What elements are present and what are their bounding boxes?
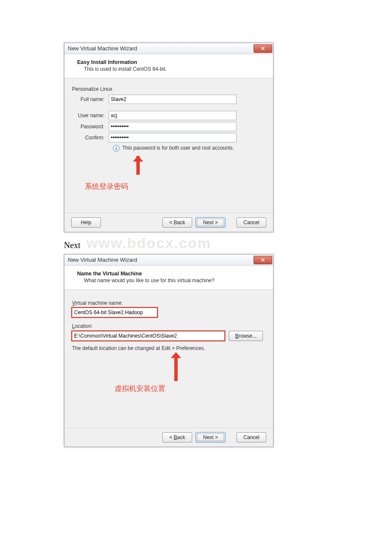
- confirm-input[interactable]: [109, 133, 236, 142]
- body-pane: Virtual machine name: Location: Browse..…: [64, 290, 273, 428]
- location-highlight: [72, 331, 225, 341]
- user-name-input[interactable]: [109, 111, 236, 120]
- body-pane: Personalize Linux Full name: User name: …: [64, 78, 273, 213]
- full-name-input[interactable]: [109, 95, 236, 104]
- footer-pane: < Back Next > Cancel: [64, 428, 273, 447]
- next-button[interactable]: Next >: [196, 432, 225, 442]
- default-location-note: The default location can be changed at E…: [72, 345, 265, 351]
- info-row: i This password is for both user and roo…: [113, 145, 265, 152]
- browse-button[interactable]: Browse...: [229, 331, 263, 341]
- back-button[interactable]: < Back: [162, 432, 192, 442]
- header-subtitle: What name would you like to use for this…: [77, 278, 267, 283]
- help-button[interactable]: Help: [71, 217, 101, 228]
- header-pane: Name the Virtual Machine What name would…: [64, 266, 273, 290]
- location-input[interactable]: [72, 331, 225, 341]
- info-text: This password is for both user and root …: [122, 145, 234, 151]
- page-caption-row: Next www.bdocx.com: [64, 235, 328, 251]
- annotation-text: 系统登录密码: [85, 182, 265, 191]
- header-subtitle: This is used to install CentOS 64-bit.: [77, 66, 267, 72]
- next-button[interactable]: Next >: [196, 217, 225, 228]
- window-title: New Virtual Machine Wizard: [68, 45, 137, 52]
- back-button[interactable]: < Back: [162, 217, 192, 228]
- annotation-arrow-icon: [133, 156, 143, 162]
- close-button[interactable]: ✕: [254, 256, 272, 264]
- close-icon: ✕: [261, 257, 265, 263]
- wizard-dialog-easy-install: New Virtual Machine Wizard ✕ Easy Instal…: [64, 43, 274, 232]
- annotation-text: 虚拟机安装位置: [115, 384, 265, 393]
- full-name-label: Full name:: [72, 96, 109, 102]
- titlebar[interactable]: New Virtual Machine Wizard ✕: [64, 43, 273, 54]
- vm-name-label: Virtual machine name:: [72, 300, 265, 306]
- section-label: Personalize Linux: [72, 86, 265, 92]
- wizard-dialog-name-vm: New Virtual Machine Wizard ✕ Name the Vi…: [64, 254, 274, 447]
- header-title: Easy Install Information: [77, 59, 267, 65]
- close-icon: ✕: [261, 46, 265, 52]
- header-title: Name the Virtual Machine: [77, 271, 267, 277]
- close-button[interactable]: ✕: [254, 44, 272, 53]
- caption-next: Next: [64, 240, 81, 250]
- password-label: Password:: [72, 124, 109, 130]
- window-title: New Virtual Machine Wizard: [68, 257, 137, 263]
- confirm-label: Confirm:: [72, 135, 109, 141]
- annotation-arrow-body: [174, 357, 178, 381]
- vm-name-input[interactable]: [72, 308, 157, 317]
- location-label: Location:: [72, 323, 265, 329]
- titlebar[interactable]: New Virtual Machine Wizard ✕: [64, 254, 273, 266]
- watermark-text: www.bdocx.com: [86, 235, 211, 251]
- vm-name-highlight: [72, 308, 157, 317]
- footer-pane: Help < Back Next > Cancel: [64, 213, 273, 232]
- cancel-button[interactable]: Cancel: [236, 432, 266, 442]
- cancel-button[interactable]: Cancel: [236, 217, 266, 228]
- info-icon: i: [113, 145, 120, 152]
- user-name-label: User name:: [72, 113, 109, 119]
- header-pane: Easy Install Information This is used to…: [64, 54, 273, 78]
- password-input[interactable]: [109, 122, 236, 131]
